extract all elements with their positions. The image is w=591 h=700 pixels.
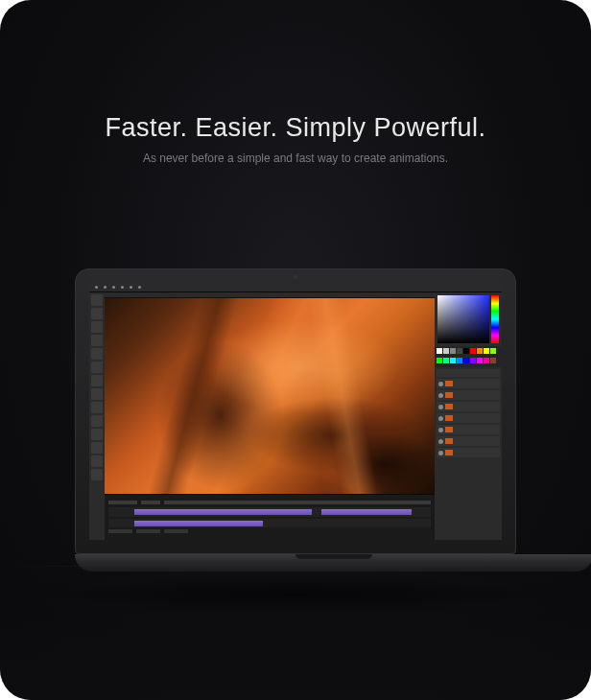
timeline-panel (105, 494, 435, 540)
laptop-mockup (75, 268, 516, 572)
swatch (490, 348, 496, 354)
tool-icon (91, 335, 103, 346)
swatch (450, 358, 456, 363)
right-panels (435, 292, 502, 540)
tools-panel (89, 292, 105, 540)
center-area (105, 292, 435, 540)
swatch (457, 358, 462, 363)
timeline-clip (134, 509, 312, 515)
laptop-lid (75, 268, 516, 554)
app-menubar (89, 283, 502, 292)
headline: Faster. Easier. Simply Powerful. (0, 113, 591, 143)
layer-row (437, 402, 500, 411)
swatch (470, 348, 476, 354)
timeline-track (108, 507, 431, 516)
hue-slider (491, 295, 499, 343)
camera-dot (294, 275, 297, 279)
tool-icon (91, 402, 103, 413)
layer-row (437, 379, 500, 388)
swatch (457, 348, 462, 354)
app-screen (89, 283, 502, 540)
tool-icon (91, 375, 103, 386)
timeline-clip (321, 509, 412, 515)
timeline-clip (134, 521, 263, 526)
swatch (437, 348, 442, 354)
swatch (470, 358, 476, 363)
layer-row (437, 413, 500, 423)
swatch (484, 348, 489, 354)
tool-icon (91, 442, 103, 454)
laptop-shadow (56, 575, 535, 614)
swatch (490, 358, 496, 363)
color-picker (435, 292, 502, 346)
swatch (463, 348, 469, 354)
layer-row (437, 390, 500, 400)
tool-icon (91, 429, 103, 440)
tool-icon (91, 455, 103, 467)
swatch (484, 358, 489, 363)
tool-icon (91, 469, 103, 480)
tool-icon (91, 362, 103, 373)
app-body (89, 292, 502, 540)
tool-icon (91, 294, 103, 306)
laptop-base (75, 554, 591, 572)
tool-icon (91, 321, 103, 333)
timeline-track (108, 519, 431, 527)
panel-header (437, 369, 500, 377)
tool-icon (91, 415, 103, 427)
layer-row (437, 448, 500, 457)
layers-panel (435, 367, 502, 540)
swatch (477, 358, 483, 363)
layer-row (437, 425, 500, 434)
swatches-panel (435, 346, 502, 367)
swatch (437, 358, 442, 363)
swatch (463, 358, 469, 363)
swatch (477, 348, 483, 354)
canvas-image (105, 298, 435, 494)
tool-icon (91, 348, 103, 360)
promo-card: Faster. Easier. Simply Powerful. As neve… (0, 0, 591, 700)
tool-icon (91, 388, 103, 400)
subheadline: As never before a simple and fast way to… (0, 152, 591, 165)
layer-row (437, 436, 500, 446)
swatch (443, 358, 449, 363)
swatch (450, 348, 456, 354)
swatch (443, 348, 449, 354)
tool-icon (91, 308, 103, 319)
saturation-field (437, 295, 489, 343)
laptop-notch (296, 554, 372, 559)
